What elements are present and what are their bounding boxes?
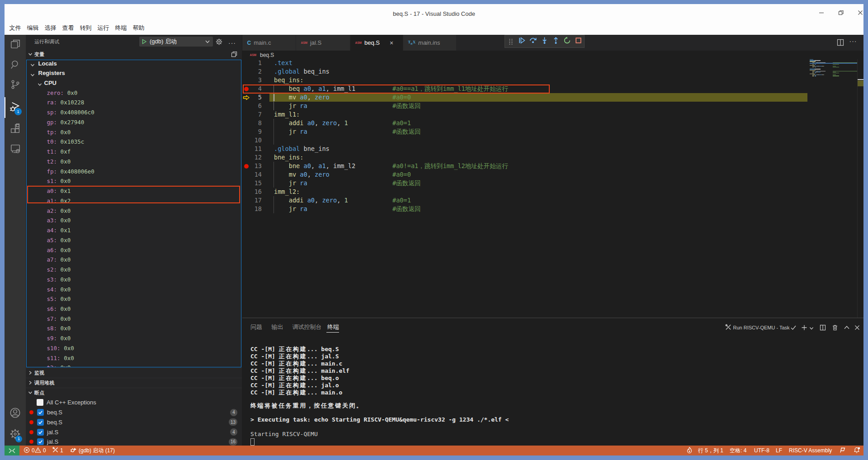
status-indentation[interactable]: 空格: 4 xyxy=(730,446,746,455)
more-actions-button[interactable]: ··· xyxy=(228,39,236,47)
terminal-dropdown-chevron[interactable] xyxy=(809,324,814,333)
scope-row[interactable]: Registers xyxy=(27,68,236,78)
status-eol[interactable]: LF xyxy=(776,446,782,455)
panel-tab-调试控制台[interactable]: 调试控制台 xyxy=(292,323,322,331)
maximize-panel-button[interactable] xyxy=(844,324,850,333)
status-debug-session[interactable]: (gdb) 启动 (17) xyxy=(70,446,115,455)
menu-item-转到[interactable]: 转到 xyxy=(77,21,94,35)
menu-item-帮助[interactable]: 帮助 xyxy=(130,21,147,35)
close-button[interactable] xyxy=(850,4,868,21)
status-cursor-position[interactable]: 行 5，列 1 xyxy=(698,446,723,455)
checkbox-unchecked-icon[interactable] xyxy=(37,399,43,406)
activity-item-extensions[interactable] xyxy=(5,119,26,140)
breakpoint-row[interactable]: beq.S13 xyxy=(26,417,242,427)
tab-main.c[interactable]: Cmain.c xyxy=(242,35,296,51)
activity-item-explorer[interactable] xyxy=(5,35,26,56)
minimize-button[interactable] xyxy=(811,4,831,21)
activity-item-source-control[interactable] xyxy=(5,75,26,96)
activity-item-remote-explorer[interactable] xyxy=(5,139,26,160)
variable-row[interactable]: a2: 0x0 xyxy=(27,206,236,216)
menu-item-编辑[interactable]: 编辑 xyxy=(24,21,42,35)
breakpoints-section-header[interactable]: 断点 xyxy=(26,388,242,398)
variable-row[interactable]: s8: 0x0 xyxy=(27,324,236,333)
status-flame[interactable] xyxy=(687,446,692,455)
variable-row[interactable]: s10: 0x0 xyxy=(27,343,236,353)
activity-item-search[interactable] xyxy=(5,55,26,76)
variable-row[interactable]: t1: 0xf xyxy=(27,147,236,157)
restart-button[interactable] xyxy=(561,36,573,47)
variable-row[interactable]: s6: 0x0 xyxy=(27,304,236,314)
status-feedback[interactable] xyxy=(839,446,845,455)
step-into-button[interactable] xyxy=(539,36,550,47)
breakpoint-row[interactable]: jal.S4 xyxy=(26,427,242,437)
variable-row[interactable]: s3: 0x0 xyxy=(27,274,236,284)
variable-row[interactable]: t3: 0x0 xyxy=(27,363,236,367)
variable-row[interactable]: a7: 0x0 xyxy=(27,255,236,265)
variable-row[interactable]: gp: 0x27940 xyxy=(27,117,236,127)
panel-tab-输出[interactable]: 输出 xyxy=(272,323,283,331)
variable-row[interactable]: a6: 0x0 xyxy=(27,245,236,255)
variable-row[interactable]: a3: 0x0 xyxy=(27,216,236,225)
variable-row[interactable]: s11: 0x0 xyxy=(27,353,236,363)
remote-indicator[interactable] xyxy=(5,446,19,455)
split-editor-button[interactable] xyxy=(837,39,844,48)
menu-item-选择[interactable]: 选择 xyxy=(42,21,59,35)
panel-tab-终端[interactable]: 终端 xyxy=(327,323,339,331)
status-warnings[interactable]: 0 xyxy=(35,446,46,455)
scope-row[interactable]: Locals xyxy=(27,60,236,68)
stop-button[interactable] xyxy=(573,36,584,47)
variable-row[interactable]: s5: 0x0 xyxy=(27,294,236,304)
watch-section-header[interactable]: 监视 xyxy=(26,368,242,378)
exception-breakpoint-row[interactable]: All C++ Exceptions xyxy=(26,398,242,408)
tab-main.ins[interactable]: TEXmain.ins xyxy=(403,35,456,51)
checkbox-checked-icon[interactable] xyxy=(37,409,44,416)
activity-item-run-and-debug[interactable]: 1 xyxy=(5,97,26,118)
variable-row[interactable]: t2: 0x0 xyxy=(27,156,236,166)
menu-item-文件[interactable]: 文件 xyxy=(6,21,24,35)
step-over-button[interactable] xyxy=(528,36,539,47)
checkbox-checked-icon[interactable] xyxy=(37,438,44,445)
checkbox-checked-icon[interactable] xyxy=(37,429,44,436)
code-editor[interactable]: 1.text2.global beq_ins3beq_ins:4 beq a0,… xyxy=(242,59,864,318)
variable-row[interactable]: sp: 0x408006c0 xyxy=(27,108,236,117)
activity-item-settings[interactable]: 1 xyxy=(5,424,26,445)
status-notifications[interactable] xyxy=(854,446,860,455)
variable-row[interactable]: a4: 0x1 xyxy=(27,225,236,235)
close-tab-icon[interactable]: × xyxy=(390,39,393,47)
continue-button[interactable] xyxy=(516,36,528,47)
launch-config-dropdown[interactable]: (gdb) 启动 xyxy=(139,37,213,47)
variable-row[interactable]: tp: 0x0 xyxy=(27,127,236,137)
variable-row[interactable]: s2: 0x0 xyxy=(27,265,236,275)
variable-row[interactable]: zero: 0x0 xyxy=(27,88,236,98)
variable-row[interactable]: s7: 0x0 xyxy=(27,314,236,324)
kill-terminal-button[interactable] xyxy=(832,324,838,333)
breakpoint-row[interactable]: beq.S4 xyxy=(26,408,242,418)
tab-jal.S[interactable]: ASMjal.S xyxy=(296,35,350,51)
breakpoint-row[interactable]: jal.S16 xyxy=(26,437,242,446)
variable-row[interactable]: s1: 0x0 xyxy=(27,176,236,186)
status-errors[interactable]: 0 xyxy=(24,446,35,455)
variable-row[interactable]: ra: 0x10228 xyxy=(27,98,236,108)
close-panel-button[interactable] xyxy=(854,324,860,333)
variable-row[interactable]: a5: 0x0 xyxy=(27,235,236,245)
editor-more-actions[interactable]: ··· xyxy=(849,38,857,45)
open-in-editor-icon[interactable] xyxy=(231,51,237,59)
callstack-section-header[interactable]: 调用堆栈 xyxy=(26,378,242,388)
restore-button[interactable] xyxy=(830,4,851,21)
panel-tab-问题[interactable]: 问题 xyxy=(250,323,262,331)
status-encoding[interactable]: UTF-8 xyxy=(754,446,769,455)
toolbar-grip[interactable] xyxy=(505,36,516,47)
terminal-task-label[interactable]: Run RISCV-QEMU - Task xyxy=(733,323,790,331)
variable-row[interactable]: s4: 0x0 xyxy=(27,284,236,294)
menu-item-运行[interactable]: 运行 xyxy=(94,21,112,35)
step-out-button[interactable] xyxy=(550,36,561,47)
tab-beq.S[interactable]: ASMbeq.S× xyxy=(350,35,403,51)
debug-settings-gear[interactable] xyxy=(216,38,222,47)
checkbox-checked-icon[interactable] xyxy=(37,419,44,426)
new-terminal-button[interactable] xyxy=(801,324,807,333)
activity-item-accounts[interactable] xyxy=(5,403,26,424)
menu-item-终端[interactable]: 终端 xyxy=(112,21,130,35)
variable-row[interactable]: s9: 0x0 xyxy=(27,333,236,343)
variable-row[interactable]: fp: 0x408006e0 xyxy=(27,166,236,176)
status-language-mode[interactable]: RISC-V Assembly xyxy=(789,446,832,455)
